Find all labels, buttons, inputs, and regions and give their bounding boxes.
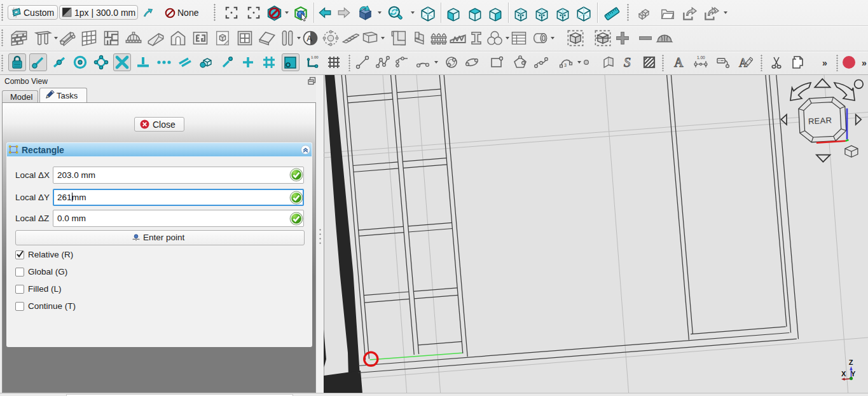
svg-text:X: X: [841, 370, 846, 378]
svg-text:Z: Z: [849, 358, 853, 366]
svg-text:S: S: [624, 55, 631, 70]
svg-text:1.00: 1.00: [697, 55, 705, 60]
svg-text:REAR: REAR: [808, 116, 832, 126]
svg-text:Y: Y: [851, 370, 856, 378]
svg-text:3: 3: [564, 63, 567, 67]
svg-text:A: A: [307, 34, 312, 43]
svg-text:A: A: [674, 55, 684, 69]
svg-text:1.00: 1.00: [311, 55, 319, 59]
